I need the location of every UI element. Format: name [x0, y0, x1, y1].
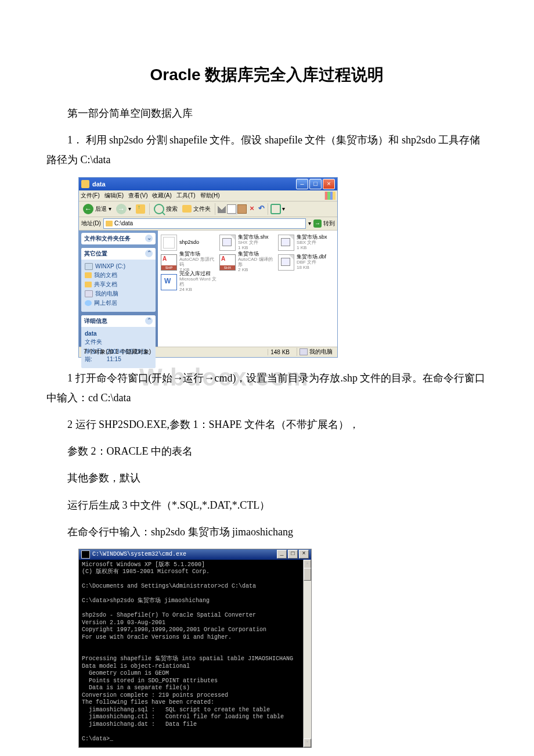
- sidebar-item[interactable]: WINXP (C:): [85, 263, 152, 270]
- paragraph-other-params: 其他参数，默认: [46, 468, 488, 488]
- shp-icon: SHP: [161, 254, 177, 271]
- folder-icon: [81, 180, 89, 188]
- cmd-icon: [81, 550, 90, 559]
- paragraph-output-files: 运行后生成 3 中文件（*.SQL,*.DAT,*.CTL）: [46, 495, 488, 515]
- file-item[interactable]: 集贸市场.dbfDBF 文件18 KB: [278, 253, 334, 272]
- folders-button[interactable]: 文件夹: [181, 204, 212, 214]
- shx-icon: SHX: [219, 254, 236, 271]
- status-location: 我的电脑: [297, 348, 335, 356]
- scrollbar[interactable]: ▴▾: [303, 560, 311, 748]
- paste-icon[interactable]: [237, 204, 247, 214]
- views-icon[interactable]: [270, 204, 281, 214]
- sidebar-item[interactable]: 共享文档: [85, 280, 152, 289]
- file-item[interactable]: 集贸市场.shxSHX 文件1 KB: [219, 233, 276, 252]
- close-button[interactable]: ×: [299, 550, 309, 559]
- sidebar-item[interactable]: 我的电脑: [85, 290, 152, 298]
- tasks-title[interactable]: 文件和文件夹任务: [84, 235, 131, 243]
- page-title: Oracle 数据库完全入库过程说明: [46, 64, 488, 86]
- address-bar: 地址(D) C:\data ▾ →转到: [79, 217, 337, 231]
- minimize-button[interactable]: _: [277, 550, 287, 559]
- toolbar: ←后退 ▾ →▾ 搜索 文件夹 × ↶ ▾: [79, 201, 337, 217]
- folder-icon: [106, 221, 113, 226]
- paragraph-step1: 1． 利用 shp2sdo 分割 shapefile 文件。假设 shapefi…: [46, 130, 488, 170]
- details-name: data: [85, 330, 152, 337]
- file-item[interactable]: SHP 集贸市场AutoCAD 形源代码7 KB: [161, 253, 217, 272]
- status-size: 148 KB: [268, 349, 292, 355]
- details-title[interactable]: 详细信息: [84, 317, 107, 325]
- scroll-up-icon[interactable]: ▴: [304, 560, 311, 568]
- details-group: 详细信息⌃ data 文件夹 修改日期: 2008年6月23日, 11:15: [81, 315, 156, 368]
- menu-favorites[interactable]: 收藏(A): [152, 192, 171, 200]
- menu-edit[interactable]: 编辑(E): [104, 192, 124, 200]
- menu-help[interactable]: 帮助(H): [200, 192, 220, 200]
- sidebar-item[interactable]: 我的文档: [85, 271, 152, 279]
- address-label: 地址(D): [81, 219, 101, 228]
- menu-view[interactable]: 查看(V): [128, 192, 147, 200]
- go-button[interactable]: →转到: [313, 219, 335, 228]
- status-bar: 7 个对象(加 1 个隐藏对象) 148 KB 我的电脑: [79, 347, 337, 357]
- paragraph-step1-1: 1 打开命令符窗口(开始→运行→cmd)，设置当前目录为存放.shp 文件的目录…: [46, 368, 488, 408]
- chevron-icon[interactable]: ⌃: [145, 317, 153, 325]
- undo-icon[interactable]: ↶: [257, 205, 265, 213]
- computer-icon: [300, 348, 308, 355]
- file-list[interactable]: shp2sdo 集贸市场.shxSHX 文件1 KB 集贸市场.sbxSBX 文…: [158, 231, 337, 347]
- exe-icon: [161, 235, 177, 251]
- up-button[interactable]: [134, 204, 147, 214]
- scroll-down-icon[interactable]: ▾: [304, 739, 311, 747]
- chevron-icon[interactable]: ⌃: [145, 250, 153, 257]
- tasks-group: 文件和文件夹任务⌄: [81, 233, 156, 244]
- cmd-window: C:\WINDOWS\system32\cmd.exe _ □ × Micros…: [78, 549, 312, 748]
- forward-button[interactable]: →▾: [114, 203, 133, 215]
- doc-icon: [161, 274, 177, 290]
- minimize-button[interactable]: –: [296, 179, 308, 189]
- window-titlebar[interactable]: data – □ ×: [79, 178, 337, 190]
- maximize-button[interactable]: □: [288, 550, 298, 559]
- windows-flag-icon: [324, 192, 335, 200]
- file-icon: [278, 254, 294, 271]
- menu-tools[interactable]: 工具(T): [176, 192, 196, 200]
- delete-icon[interactable]: ×: [248, 205, 256, 213]
- paragraph-step2: 2 运行 SHP2SDO.EXE,参数 1：SHAPE 文件名（不带扩展名），: [46, 415, 488, 434]
- chevron-icon[interactable]: ⌄: [145, 235, 153, 242]
- cmd-titlebar[interactable]: C:\WINDOWS\system32\cmd.exe _ □ ×: [79, 549, 311, 560]
- paragraph-section-heading: 第一部分简单空间数据入库: [46, 103, 488, 123]
- explorer-window: data – □ × 文件(F) 编辑(E) 查看(V) 收藏(A) 工具(T)…: [78, 177, 338, 358]
- address-input[interactable]: C:\data: [103, 218, 306, 229]
- cmd-output[interactable]: Microsoft Windows XP [版本 5.1.2600] (C) 版…: [79, 560, 311, 748]
- close-button[interactable]: ×: [323, 179, 335, 189]
- file-item[interactable]: SHX 集贸市场AutoCAD 编译的形2 KB: [219, 253, 276, 272]
- maximize-button[interactable]: □: [309, 179, 322, 189]
- scroll-thumb[interactable]: [304, 568, 311, 581]
- paragraph-cmd-input: 在命令行中输入：shp2sdo 集贸市场 jimaoshichang: [46, 522, 488, 542]
- address-value: C:\data: [114, 220, 133, 226]
- menu-file[interactable]: 文件(F): [81, 192, 100, 200]
- file-item[interactable]: 完全入库过程Microsoft Word 文档24 KB: [161, 273, 217, 291]
- paragraph-param2: 参数 2：ORACLE 中的表名: [46, 441, 488, 461]
- cut-icon[interactable]: [218, 205, 226, 213]
- cmd-title: C:\WINDOWS\system32\cmd.exe: [92, 551, 276, 557]
- status-object-count: 7 个对象(加 1 个隐藏对象): [81, 348, 153, 356]
- file-icon: [219, 235, 236, 251]
- menu-bar: 文件(F) 编辑(E) 查看(V) 收藏(A) 工具(T) 帮助(H): [79, 190, 337, 201]
- details-type: 文件夹: [85, 338, 152, 346]
- side-panel: 文件和文件夹任务⌄ 其它位置⌃ WINXP (C:) 我的文档 共享文档 我的电…: [79, 231, 158, 347]
- copy-icon[interactable]: [227, 204, 236, 214]
- search-button[interactable]: 搜索: [152, 203, 179, 215]
- back-button[interactable]: ←后退 ▾: [81, 203, 113, 215]
- window-title: data: [92, 181, 295, 188]
- file-item[interactable]: 集贸市场.sbxSBX 文件1 KB: [278, 233, 334, 252]
- sidebar-item[interactable]: 网上邻居: [85, 299, 152, 307]
- other-places-title[interactable]: 其它位置: [84, 250, 107, 258]
- file-item[interactable]: shp2sdo: [161, 233, 217, 252]
- file-icon: [278, 235, 294, 251]
- other-places-group: 其它位置⌃ WINXP (C:) 我的文档 共享文档 我的电脑 网上邻居: [81, 248, 156, 312]
